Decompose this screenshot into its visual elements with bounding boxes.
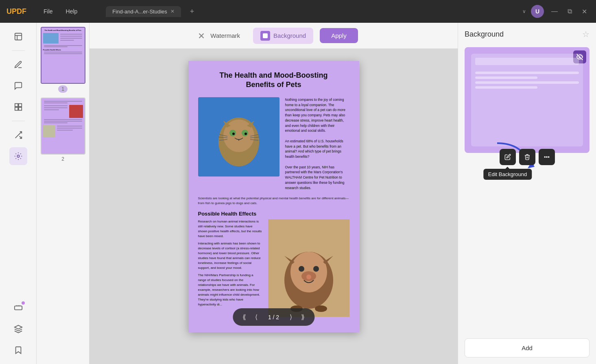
document-tab[interactable]: Find-and-A...er-Studies ✕ [106, 6, 181, 17]
favorite-star-icon[interactable]: ☆ [582, 29, 589, 39]
watermark-button[interactable]: Watermark [189, 27, 247, 45]
pdf-page: The Health and Mood-BoostingBenefits of … [188, 61, 359, 332]
thumbnail-image-2 [41, 98, 85, 155]
right-panel-title: Background [465, 30, 504, 39]
pdf-content-row-1: Nothing compares to the joy of coming ho… [198, 97, 349, 191]
thumbnail-page-num-1: 1 [58, 85, 68, 93]
svg-rect-3 [15, 104, 17, 107]
delete-background-button[interactable] [519, 149, 535, 165]
svg-point-9 [17, 155, 20, 157]
thumbnail-image-1: The Health and Mood-Boosting Benefits of… [41, 27, 85, 84]
main-layout: The Health and Mood-Boosting Benefits of… [0, 23, 596, 364]
svg-rect-4 [18, 104, 21, 107]
tab-title: Find-and-A...er-Studies [112, 9, 167, 15]
page-indicator: 1 / 2 [263, 314, 284, 320]
svg-point-31 [313, 266, 319, 272]
pdf-intro-text: Nothing compares to the joy of coming ho… [285, 97, 349, 191]
pdf-p3: The NIH/Mars Partnership is funding a ra… [198, 273, 262, 307]
background-action-buttons: Edit Background [500, 149, 555, 165]
pdf-p1: Research on human-animal interactions is… [198, 219, 262, 239]
sidebar-item-convert[interactable] [9, 126, 27, 144]
svg-point-40 [548, 157, 549, 157]
nav-first-button[interactable]: ⟪ [239, 312, 249, 323]
document-wrapper: The Health and Mood-BoostingBenefits of … [188, 61, 359, 332]
background-button[interactable]: Background [253, 28, 313, 44]
doc-scroll[interactable]: The Health and Mood-BoostingBenefits of … [90, 49, 458, 364]
right-panel: Background ☆ [458, 23, 596, 364]
sidebar-item-tools[interactable] [9, 147, 27, 165]
preview-line-1 [475, 72, 579, 74]
preview-lines [475, 72, 579, 89]
avatar[interactable]: U [531, 5, 544, 18]
menu-file[interactable]: File [38, 6, 59, 17]
svg-point-30 [299, 266, 304, 272]
tab-close-button[interactable]: ✕ [170, 9, 175, 14]
pdf-caption: Scientists are looking at what the poten… [198, 196, 349, 206]
titlebar: UPDF File Help Find-and-A...er-Studies ✕… [0, 0, 596, 23]
svg-point-39 [546, 157, 547, 157]
background-preview-card [465, 47, 589, 153]
minimize-button[interactable]: — [549, 7, 560, 16]
page-navigation: ⟪ ⟨ 1 / 2 ⟩ ⟫ [233, 308, 314, 326]
thumbnail-page-1[interactable]: The Health and Mood-Boosting Benefits of… [41, 27, 85, 93]
thumbnail-page-2[interactable]: 2 [41, 98, 85, 162]
svg-rect-0 [15, 33, 22, 40]
nav-next-button[interactable]: ⟩ [286, 312, 295, 323]
app-logo: UPDF [7, 7, 26, 16]
sidebar-item-comment[interactable] [9, 77, 27, 95]
cat-image [198, 97, 279, 177]
sidebar-item-bookmark[interactable] [9, 341, 27, 359]
sidebar-item-edit[interactable] [9, 56, 27, 74]
svg-rect-5 [15, 107, 17, 110]
svg-point-19 [232, 133, 235, 135]
pdf-p2: Interacting with animals has been shown … [198, 241, 262, 270]
left-sidebar [0, 23, 37, 364]
window-controls: ∨ U — ⧉ ✕ [522, 5, 589, 18]
svg-point-38 [544, 157, 545, 157]
sidebar-divider-1 [12, 50, 25, 51]
restore-button[interactable]: ⧉ [565, 7, 574, 16]
watermark-label: Watermark [210, 32, 240, 39]
edit-background-tooltip: Edit Background [483, 169, 532, 180]
doc-area: Watermark Background Apply The Health an… [90, 23, 458, 364]
sidebar-item-reader[interactable] [9, 28, 27, 46]
close-button[interactable]: ✕ [579, 7, 589, 16]
sidebar-divider-2 [12, 121, 25, 121]
edit-background-button[interactable]: Edit Background [500, 149, 516, 165]
watermark-icon [196, 30, 207, 41]
background-icon [260, 31, 270, 41]
dog-image [268, 219, 349, 317]
sidebar-item-ai[interactable] [9, 299, 27, 317]
sidebar-bottom [9, 299, 27, 359]
svg-rect-13 [263, 33, 268, 38]
add-button[interactable]: Add [465, 338, 589, 357]
sidebar-item-organize[interactable] [9, 98, 27, 116]
sidebar-item-layers[interactable] [9, 320, 27, 338]
svg-point-33 [306, 275, 311, 279]
more-options-button[interactable] [539, 149, 555, 165]
dropdown-icon[interactable]: ∨ [522, 9, 526, 14]
preview-line-3 [475, 81, 579, 84]
menu-help[interactable]: Help [60, 6, 83, 17]
nav-prev-button[interactable]: ⟨ [252, 312, 261, 323]
right-panel-header: Background ☆ [465, 29, 589, 39]
background-label: Background [273, 32, 306, 39]
svg-marker-10 [14, 325, 22, 329]
svg-point-35 [315, 305, 327, 312]
preview-line-2 [475, 76, 537, 79]
thumbnail-panel: The Health and Mood-Boosting Benefits of… [37, 23, 90, 364]
apply-button[interactable]: Apply [320, 28, 358, 43]
thumbnail-page-num-2: 2 [61, 156, 64, 162]
pdf-section-title: Possible Health Effects [198, 211, 349, 217]
svg-point-20 [245, 133, 247, 135]
background-preview-inner [471, 54, 583, 146]
menu-bar: File Help [38, 6, 83, 17]
svg-rect-6 [18, 107, 21, 110]
add-tab-button[interactable]: + [190, 7, 194, 16]
pdf-title: The Health and Mood-BoostingBenefits of … [198, 71, 349, 90]
nav-last-button[interactable]: ⟫ [298, 312, 308, 323]
pdf-content-row-2: Research on human-animal interactions is… [198, 219, 349, 317]
preview-line-4 [475, 86, 537, 89]
toolbar: Watermark Background Apply [90, 23, 458, 49]
